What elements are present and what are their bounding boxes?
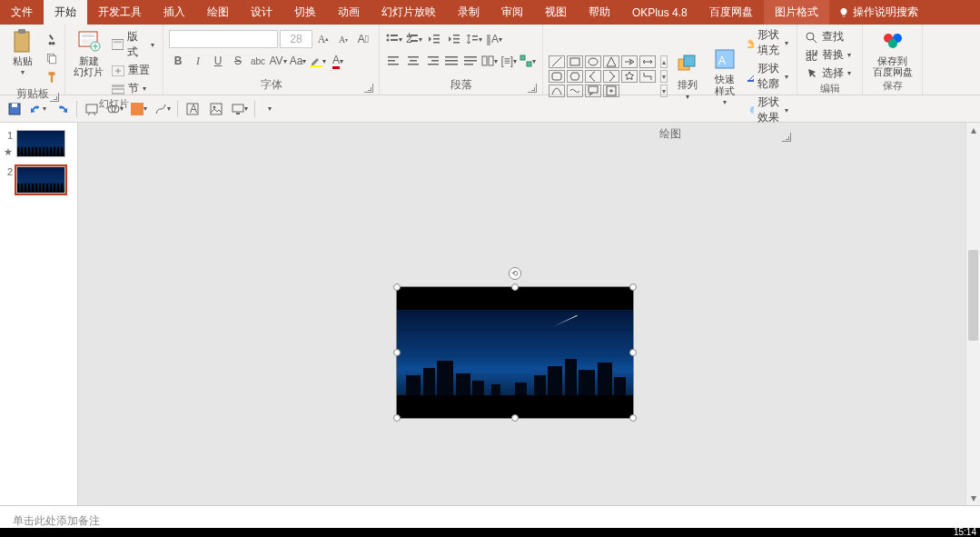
- justify-button[interactable]: [442, 52, 460, 70]
- resize-handle-w[interactable]: [393, 349, 401, 356]
- align-right-button[interactable]: [423, 52, 441, 70]
- clear-format-button[interactable]: A⃠: [354, 30, 372, 48]
- align-text-button[interactable]: [≡]▾: [500, 52, 518, 70]
- shape-triangle[interactable]: [603, 55, 619, 68]
- tab-home[interactable]: 开始: [44, 0, 87, 25]
- resize-handle-sw[interactable]: [393, 414, 401, 422]
- cut-button[interactable]: [43, 30, 61, 48]
- scroll-down-arrow[interactable]: ▾: [966, 491, 980, 505]
- shape-action[interactable]: [603, 85, 619, 97]
- arrange-button[interactable]: 排列▾: [670, 50, 705, 102]
- shadow-button[interactable]: abc: [249, 52, 267, 70]
- shape-line[interactable]: [549, 55, 565, 68]
- shape-callout[interactable]: [585, 85, 601, 97]
- format-painter-button[interactable]: [43, 68, 61, 86]
- shape-rbrace[interactable]: [603, 70, 619, 83]
- tab-picture-format[interactable]: 图片格式: [764, 0, 829, 25]
- scroll-up-arrow[interactable]: ▴: [966, 123, 980, 137]
- change-case-button[interactable]: Aa▾: [289, 52, 307, 70]
- columns-button[interactable]: ▾: [481, 52, 499, 70]
- highlight-button[interactable]: ▾: [309, 52, 327, 70]
- resize-handle-nw[interactable]: [393, 283, 401, 291]
- shape-roundrect[interactable]: [549, 70, 565, 83]
- shape-lbrace[interactable]: [585, 70, 601, 83]
- shape-scroll[interactable]: ▴▾▾: [660, 55, 668, 97]
- shape-freeform[interactable]: [567, 85, 583, 97]
- resize-handle-se[interactable]: [629, 414, 637, 422]
- qat-more[interactable]: ▾: [261, 100, 279, 118]
- resize-handle-e[interactable]: [629, 349, 637, 356]
- shape-doublearrow[interactable]: [639, 55, 656, 68]
- shape-oval[interactable]: [585, 55, 601, 68]
- selected-image[interactable]: ⟲: [397, 287, 633, 418]
- tab-review[interactable]: 审阅: [490, 0, 534, 25]
- decrease-font-button[interactable]: A▾: [334, 30, 352, 48]
- increase-font-button[interactable]: A▴: [314, 30, 332, 48]
- slide-thumbnail-panel[interactable]: 1★ 2: [0, 123, 78, 505]
- shape-star[interactable]: [621, 70, 638, 83]
- shape-connector[interactable]: [639, 70, 656, 83]
- thumb-row-2[interactable]: 2: [4, 166, 74, 194]
- bold-button[interactable]: B: [169, 52, 187, 70]
- tab-insert[interactable]: 插入: [153, 0, 196, 25]
- spacing-button[interactable]: AV▾: [269, 52, 287, 70]
- launcher-icon[interactable]: [364, 84, 373, 93]
- layout-button[interactable]: 版式▾: [109, 28, 157, 61]
- decrease-indent-button[interactable]: [425, 30, 443, 48]
- replace-button[interactable]: abac替换▾: [803, 46, 856, 64]
- select-button[interactable]: 选择▾: [803, 65, 856, 82]
- tab-design[interactable]: 设计: [240, 0, 283, 25]
- reset-button[interactable]: 重置: [109, 62, 157, 79]
- tab-animations[interactable]: 动画: [327, 0, 371, 25]
- shape-curve[interactable]: [549, 85, 565, 97]
- tab-okplus[interactable]: OKPlus 4.8: [621, 0, 698, 25]
- resize-handle-s[interactable]: [511, 414, 519, 422]
- shape-hex[interactable]: [567, 70, 583, 83]
- save-baidu-button[interactable]: 保存到 百度网盘: [868, 26, 916, 79]
- strike-button[interactable]: S: [229, 52, 247, 70]
- section-button[interactable]: 节▾: [109, 80, 157, 97]
- slide-canvas[interactable]: ⟲: [78, 123, 980, 505]
- align-left-button[interactable]: [385, 52, 402, 70]
- slide-thumbnail-1[interactable]: [16, 130, 65, 157]
- font-size-input[interactable]: 28: [280, 30, 312, 48]
- vertical-scrollbar[interactable]: ▴ ▾: [965, 123, 980, 505]
- bullets-button[interactable]: ▾: [385, 30, 403, 48]
- tell-me-search[interactable]: 操作说明搜索: [829, 5, 927, 20]
- qat-btn-6[interactable]: [207, 100, 225, 118]
- smartart-button[interactable]: ▾: [520, 52, 537, 70]
- tab-record[interactable]: 录制: [447, 0, 490, 25]
- italic-button[interactable]: I: [189, 52, 207, 70]
- quick-style-button[interactable]: A 快速样式▾: [708, 45, 742, 107]
- shape-outline-button[interactable]: 形状轮廓▾: [745, 60, 791, 93]
- line-spacing-button[interactable]: ▾: [465, 30, 483, 48]
- text-direction-button[interactable]: ‖A▾: [485, 30, 503, 48]
- tab-draw[interactable]: 绘图: [196, 0, 240, 25]
- paste-button[interactable]: 粘贴 ▾: [5, 26, 40, 78]
- tab-transitions[interactable]: 切换: [283, 0, 327, 25]
- tab-view[interactable]: 视图: [534, 0, 578, 25]
- qat-btn-7[interactable]: ▾: [231, 100, 249, 118]
- tab-baidu[interactable]: 百度网盘: [698, 0, 764, 25]
- tab-file[interactable]: 文件: [0, 0, 44, 25]
- new-slide-button[interactable]: 新建 幻灯片: [71, 26, 106, 79]
- tab-help[interactable]: 帮助: [578, 0, 621, 25]
- copy-button[interactable]: [43, 49, 61, 67]
- rotate-handle[interactable]: ⟲: [509, 267, 521, 280]
- tab-devtools[interactable]: 开发工具: [87, 0, 153, 25]
- thumb-row-1[interactable]: 1★: [4, 130, 74, 157]
- qat-btn-5[interactable]: A: [183, 100, 202, 118]
- slide-thumbnail-2[interactable]: [16, 166, 65, 194]
- distribute-button[interactable]: [462, 52, 480, 70]
- underline-button[interactable]: U: [209, 52, 227, 70]
- scrollbar-thumb[interactable]: [968, 250, 978, 341]
- resize-handle-ne[interactable]: [629, 283, 637, 291]
- shape-gallery[interactable]: [549, 55, 656, 97]
- launcher-icon[interactable]: [50, 93, 59, 102]
- shape-arrow[interactable]: [621, 55, 638, 68]
- align-center-button[interactable]: [404, 52, 421, 70]
- shape-fill-button[interactable]: 形状填充▾: [745, 26, 791, 59]
- resize-handle-n[interactable]: [511, 283, 519, 291]
- tab-slideshow[interactable]: 幻灯片放映: [371, 0, 447, 25]
- font-color-button[interactable]: A▾: [329, 52, 347, 70]
